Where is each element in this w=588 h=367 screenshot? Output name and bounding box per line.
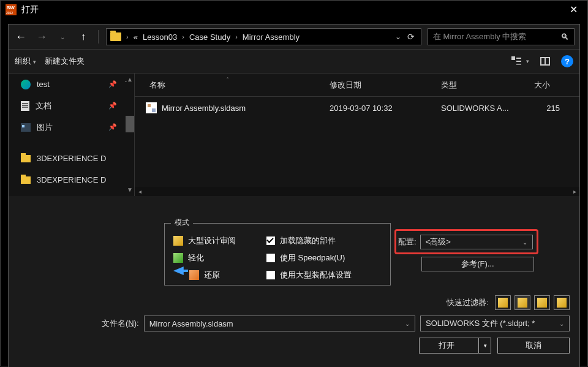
mode-large-review[interactable]: 大型设计审阅 — [173, 232, 253, 249]
bc-part-1[interactable]: Lesson03 — [143, 32, 177, 42]
filename-combo[interactable]: Mirror Assembly.sldasm ⌄ — [144, 316, 415, 331]
divider — [478, 338, 479, 353]
col-name-header[interactable]: 名称 — [135, 80, 330, 91]
sidebar-item-pictures[interactable]: 图片 📌 — [9, 116, 134, 138]
sidebar-item-3dx-3[interactable]: 3DEXPERIENCE D — [9, 191, 134, 196]
mode-lightweight[interactable]: 轻化 — [173, 249, 253, 267]
content-frame: ← → ⌄ ↑ › « Lesson03 › Case Study › Mirr… — [8, 24, 580, 367]
scrollbar-thumb[interactable] — [126, 116, 134, 132]
chevron-down-icon: ⌄ — [559, 320, 564, 327]
config-dropdown[interactable]: <高级> ⌄ — [420, 235, 533, 249]
file-row[interactable]: Mirror Assembly.sldasm 2019-03-07 10:32 … — [135, 97, 579, 119]
checkbox-icon[interactable] — [266, 254, 275, 262]
check-speedpak[interactable]: 使用 Speedpak(U) — [266, 249, 352, 267]
filetype-combo[interactable]: SOLIDWORKS 文件 (*.sldprt; * ⌄ — [420, 316, 570, 331]
quick-filter-toplevel[interactable] — [554, 295, 570, 310]
sidebar-scrollbar[interactable]: ▲ ▼ — [126, 75, 134, 194]
col-type-header[interactable]: 类型 — [441, 80, 532, 91]
filetype-value: SOLIDWORKS 文件 (*.sldprt; * — [426, 318, 535, 329]
view-mode-button[interactable]: ▾ — [511, 56, 529, 66]
mode-legend: 模式 — [171, 218, 193, 228]
breadcrumb[interactable]: › « Lesson03 › Case Study › Mirror Assem… — [106, 28, 421, 45]
sidebar-item-3dx-2[interactable]: 3DEXPERIENCE D — [9, 169, 134, 191]
check-load-hidden[interactable]: 加载隐藏的部件 — [266, 232, 352, 249]
search-icon[interactable]: 🔍︎ — [560, 32, 569, 42]
app-logo-icon — [6, 4, 17, 15]
mode-restore[interactable]: 还原 — [189, 267, 253, 284]
preview-pane-icon[interactable] — [540, 57, 550, 66]
quick-filter-label: 快速过滤器: — [447, 297, 489, 308]
pin-icon[interactable]: 📌 — [108, 80, 117, 88]
cube-icon — [173, 253, 183, 263]
new-folder-button[interactable]: 新建文件夹 — [45, 56, 85, 67]
file-pane: 名称 ˆ 修改日期 类型 大小 Mirror Assembly.sldasm 2… — [135, 74, 579, 196]
refresh-icon[interactable]: ⟳ — [407, 32, 415, 42]
scrollbar-thumb[interactable] — [145, 187, 570, 196]
sidebar-item-label: 文档 — [36, 100, 51, 112]
col-size-header[interactable]: 大小 — [532, 80, 579, 91]
part-icon — [498, 298, 508, 308]
sidebar: test 📌 ˆ 文档 📌 图片 📌 3DEXPERIENCE — [9, 74, 135, 196]
chevron-down-icon: ▾ — [33, 59, 36, 65]
close-button[interactable]: ✕ — [559, 1, 587, 19]
scroll-up-icon[interactable]: ▲ — [126, 75, 134, 84]
cancel-button[interactable]: 取消 — [497, 338, 570, 354]
bottom-panel: 模式 大型设计审阅 轻化 还原 — [9, 213, 579, 367]
up-button[interactable]: ↑ — [76, 29, 91, 44]
quick-filter-parts[interactable] — [495, 295, 511, 310]
bc-overflow[interactable]: « — [134, 32, 138, 42]
filename-value: Mirror Assembly.sldasm — [149, 319, 233, 328]
help-icon[interactable]: ? — [561, 55, 573, 67]
chevron-down-icon: ⌄ — [405, 320, 410, 327]
scroll-left-icon[interactable]: ◂ — [135, 188, 145, 195]
pin-icon[interactable]: 📌 — [108, 102, 117, 110]
cube-icon — [189, 270, 199, 280]
toplevel-icon — [557, 298, 567, 308]
chevron-right-icon: › — [235, 33, 238, 40]
folder-icon — [21, 176, 31, 184]
quick-filter-drawings[interactable] — [534, 295, 550, 310]
open-button[interactable]: 打开 ▾ — [419, 338, 491, 354]
bc-part-2[interactable]: Case Study — [189, 32, 230, 42]
edge-icon — [21, 80, 31, 89]
divider — [98, 30, 99, 44]
back-button[interactable]: ← — [13, 29, 28, 44]
check-large-asm[interactable]: 使用大型装配体设置 — [266, 267, 352, 284]
config-row: 配置: <高级> ⌄ — [398, 235, 533, 249]
pictures-icon — [21, 123, 31, 132]
filename-row: 文件名(N): Mirror Assembly.sldasm ⌄ SOLIDWO… — [102, 316, 570, 331]
nav-row: ← → ⌄ ↑ › « Lesson03 › Case Study › Mirr… — [9, 25, 579, 49]
sidebar-item-label: 3DEXPERIENCE D — [37, 175, 106, 184]
chevron-down-icon[interactable]: ⌄ — [395, 32, 401, 41]
checkbox-icon[interactable] — [266, 236, 275, 245]
scroll-down-icon[interactable]: ▼ — [126, 186, 134, 194]
titlebar[interactable]: 打开 ✕ — [1, 1, 587, 19]
chevron-down-icon: ▾ — [526, 58, 529, 64]
recent-dropdown-icon[interactable]: ⌄ — [55, 29, 70, 44]
checkbox-icon[interactable] — [266, 271, 275, 279]
forward-button[interactable]: → — [34, 29, 49, 44]
horizontal-scrollbar[interactable]: ◂ ▸ — [135, 187, 579, 196]
toolbar: 组织▾ 新建文件夹 ▾ ? — [9, 49, 579, 74]
assembly-icon — [146, 102, 157, 113]
quick-filter-assemblies[interactable] — [514, 295, 530, 310]
references-button[interactable]: 参考(F)... — [421, 257, 534, 271]
chevron-right-icon: › — [126, 33, 129, 40]
sidebar-item-test[interactable]: test 📌 ˆ — [9, 74, 134, 95]
chevron-down-icon[interactable]: ▾ — [484, 342, 491, 349]
bc-part-3[interactable]: Mirror Assembly — [243, 32, 300, 42]
col-modified-header[interactable]: 修改日期 — [330, 80, 441, 91]
chevron-right-icon: › — [182, 33, 184, 40]
scroll-right-icon[interactable]: ▸ — [570, 188, 579, 195]
drawing-icon — [537, 298, 547, 308]
main-split: test 📌 ˆ 文档 📌 图片 📌 3DEXPERIENCE — [9, 74, 579, 196]
pin-icon[interactable]: 📌 — [108, 123, 117, 131]
sidebar-item-documents[interactable]: 文档 📌 — [9, 95, 134, 116]
folder-icon — [110, 32, 121, 41]
column-headers: 名称 ˆ 修改日期 类型 大小 — [135, 74, 579, 97]
list-view-icon — [511, 56, 521, 66]
open-dialog-window: 打开 ✕ ← → ⌄ ↑ › « Lesson03 › Case Study ›… — [0, 0, 588, 366]
search-input[interactable]: 在 Mirror Assembly 中搜索 🔍︎ — [428, 28, 575, 45]
organize-menu[interactable]: 组织▾ — [15, 56, 36, 67]
sidebar-item-3dx-1[interactable]: 3DEXPERIENCE D — [9, 148, 134, 169]
